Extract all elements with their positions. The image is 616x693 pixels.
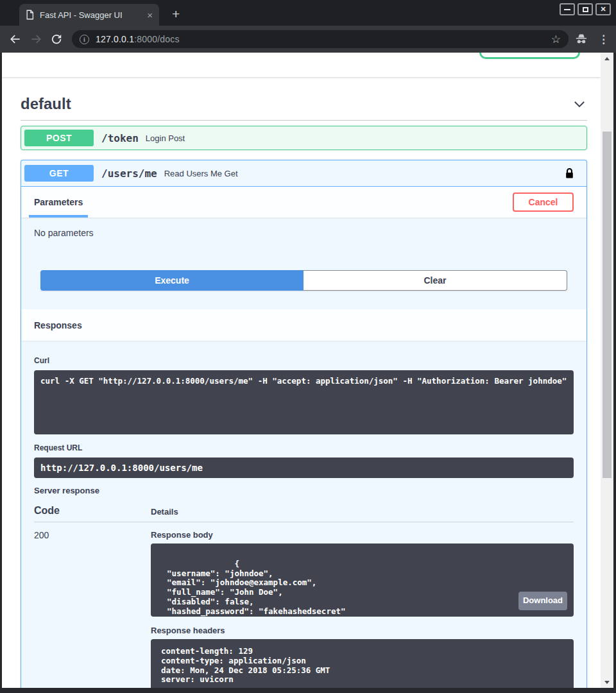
post-token-summary[interactable]: POST /token Login Post xyxy=(21,126,586,150)
reload-button[interactable] xyxy=(49,31,64,47)
incognito-icon xyxy=(574,31,589,47)
get-summary-text: Read Users Me Get xyxy=(164,169,238,178)
parameters-body: No parameters Execute Clear xyxy=(21,218,586,309)
no-parameters-text: No parameters xyxy=(34,228,574,238)
get-path: /users/me xyxy=(101,167,157,180)
response-table-header: Code Details xyxy=(34,495,574,522)
section-title: default xyxy=(21,94,71,114)
status-code: 200 xyxy=(34,530,151,688)
post-path: /token xyxy=(101,132,139,144)
close-icon: ✕ xyxy=(600,5,606,13)
parameters-tab-label: Parameters xyxy=(34,197,83,207)
swagger-page: default POST /token Login Post GET /user… xyxy=(2,53,601,688)
response-body-json: { "username": "johndoe", "email": "johnd… xyxy=(157,559,346,617)
response-headers-label: Response headers xyxy=(151,626,574,635)
post-summary-text: Login Post xyxy=(146,133,185,143)
document-icon xyxy=(26,10,34,20)
authorize-button[interactable] xyxy=(479,53,580,59)
tab-title: Fast API - Swagger UI xyxy=(40,10,141,20)
responses-body: Curl curl -X GET "http://127.0.0.1:8000/… xyxy=(21,341,586,688)
info-icon[interactable]: i xyxy=(80,35,89,44)
browser-menu-icon[interactable]: ⋮ xyxy=(598,34,608,45)
minimize-icon xyxy=(564,9,570,10)
back-button[interactable] xyxy=(8,31,23,47)
page-scrollbar[interactable] xyxy=(601,53,613,688)
request-url-value: http://127.0.0.1:8000/users/me xyxy=(34,458,574,478)
curl-command: curl -X GET "http://127.0.0.1:8000/users… xyxy=(34,370,574,434)
server-response-label: Server response xyxy=(34,486,574,495)
url-host: 127.0.0.1 xyxy=(96,34,134,44)
maximize-button[interactable] xyxy=(578,3,593,15)
cancel-button[interactable]: Cancel xyxy=(513,193,574,212)
forward-icon xyxy=(30,33,42,46)
browser-titlebar: Fast API - Swagger UI × + ✕ xyxy=(0,0,616,26)
url-path: :8000/docs xyxy=(134,34,180,44)
browser-tab[interactable]: Fast API - Swagger UI × xyxy=(19,4,159,26)
scrollbar-thumb[interactable] xyxy=(603,132,612,478)
response-row-200: 200 Response body { "username": "johndoe… xyxy=(34,522,574,688)
download-button[interactable]: Download xyxy=(518,592,567,610)
new-tab-button[interactable]: + xyxy=(172,7,180,21)
get-users-me-summary[interactable]: GET /users/me Read Users Me Get xyxy=(21,160,586,187)
minimize-button[interactable] xyxy=(560,3,575,15)
response-body-block: { "username": "johndoe", "email": "johnd… xyxy=(151,543,574,617)
opblock-get-users-me: GET /users/me Read Users Me Get Paramete… xyxy=(21,160,587,688)
details-column-header: Details xyxy=(151,507,178,517)
get-method-badge: GET xyxy=(24,165,94,182)
opblock-post-token: POST /token Login Post xyxy=(21,126,587,150)
back-icon xyxy=(9,33,22,46)
forward-button[interactable] xyxy=(28,31,44,47)
bookmark-star-icon[interactable]: ☆ xyxy=(551,34,561,45)
clear-button[interactable]: Clear xyxy=(304,270,567,291)
chevron-down-icon[interactable] xyxy=(572,97,587,111)
scrollbar-down-arrow[interactable] xyxy=(601,678,613,687)
auth-lock-icon[interactable] xyxy=(565,167,574,180)
maximize-icon xyxy=(583,7,588,12)
scrollbar-up-arrow[interactable] xyxy=(601,54,613,63)
responses-header: Responses xyxy=(21,309,586,341)
responses-title: Responses xyxy=(34,320,82,330)
tab-parameters[interactable]: Parameters xyxy=(29,187,88,218)
curl-label: Curl xyxy=(34,356,574,365)
address-bar[interactable]: i 127.0.0.1:8000/docs ☆ xyxy=(72,30,569,48)
reload-icon xyxy=(51,33,63,46)
request-url-label: Request URL xyxy=(34,443,574,452)
close-button[interactable]: ✕ xyxy=(595,3,611,15)
browser-toolbar: i 127.0.0.1:8000/docs ☆ ⋮ xyxy=(0,26,616,53)
response-body-label: Response body xyxy=(151,530,574,540)
parameters-header: Parameters Cancel xyxy=(21,187,586,218)
execute-button[interactable]: Execute xyxy=(40,270,304,291)
post-method-badge: POST xyxy=(24,130,94,146)
scheme-container xyxy=(2,53,601,77)
code-column-header: Code xyxy=(34,505,151,517)
response-headers-block: content-length: 129 content-type: applic… xyxy=(151,639,574,688)
tab-close-icon[interactable]: × xyxy=(147,10,153,20)
default-section-header[interactable]: default xyxy=(21,94,587,121)
